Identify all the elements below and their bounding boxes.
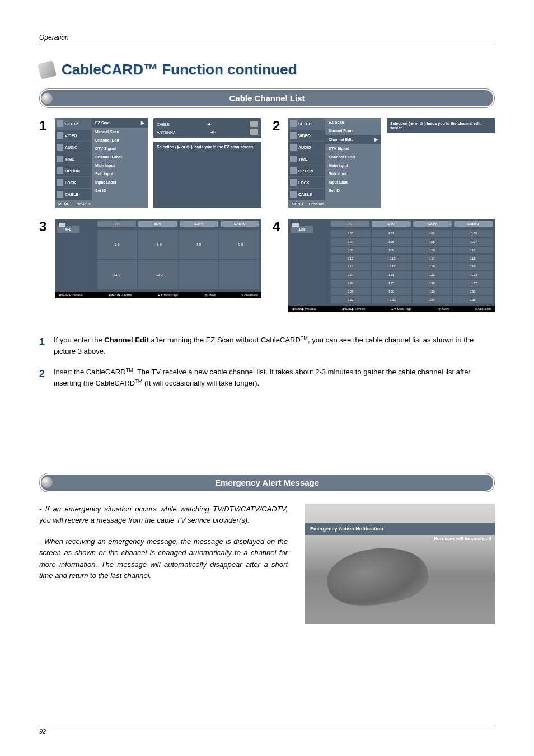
tab-cadtv[interactable]: CADTV — [454, 221, 493, 227]
channel-number: 118 — [429, 265, 435, 268]
channel-cell[interactable]: 125 — [372, 280, 411, 287]
menu-item-inputlabel[interactable]: Input Label — [92, 178, 148, 186]
menu-item-inputlabel[interactable]: Input Label — [325, 178, 381, 186]
channel-cell[interactable] — [219, 260, 259, 289]
sidebar-item-setup[interactable]: SETUP — [55, 118, 92, 130]
sidebar-label: CABLE — [298, 192, 312, 196]
channel-cell[interactable]: 101 — [372, 230, 411, 237]
channel-cell[interactable]: 114 — [413, 255, 452, 262]
sidebar-item-cable[interactable]: CABLE — [55, 189, 92, 200]
sidebar-item-lock[interactable]: LOCK — [55, 177, 92, 189]
channel-cell[interactable]: 105 — [372, 238, 411, 246]
channel-cell[interactable]: ♥117 — [372, 263, 411, 270]
channel-cell[interactable] — [179, 260, 219, 289]
channel-cell[interactable]: 108 — [331, 247, 371, 254]
option-icon — [290, 167, 297, 174]
menu-item-dtvsignal[interactable]: DTV Signal — [325, 144, 381, 153]
channel-cell[interactable]: ♥123 — [453, 271, 493, 279]
channel-cell[interactable]: ♥127 — [453, 280, 493, 287]
channel-cell[interactable]: 109 — [372, 247, 411, 254]
sidebar-item-time[interactable]: TIME — [288, 153, 325, 165]
channel-cell[interactable]: 11-0 — [97, 260, 137, 289]
step-3: 3 6-0 TV DTV CATV CADTV 2-0♥6-07 — [39, 219, 261, 312]
antenna-box: CABLE◀━ ANTENNA◀━ — [153, 118, 261, 138]
channel-cell[interactable]: 132 — [331, 296, 371, 303]
menu-item-channellabel[interactable]: Channel Label — [325, 153, 381, 161]
channel-cell[interactable]: 135 — [453, 296, 493, 303]
channel-cell[interactable]: 131 — [453, 288, 493, 295]
sidebar-item-cable[interactable]: CABLE — [288, 189, 325, 200]
step-2: 2 SETUP VIDEO AUDIO TIME OPTION LOCK — [273, 118, 495, 208]
sidebar-item-video[interactable]: VIDEO — [55, 130, 92, 142]
channel-cell[interactable]: 100 — [331, 230, 371, 237]
tab-catv[interactable]: CATV — [180, 221, 218, 227]
menu-item-channeledit[interactable]: Channel Edit — [92, 136, 148, 144]
footer-prev: ◀MENU▶ Previous — [292, 307, 316, 311]
sidebar-label: LOCK — [298, 181, 310, 185]
menu-item-channellabel[interactable]: Channel Label — [92, 153, 148, 161]
sidebar-item-lock[interactable]: LOCK — [288, 177, 325, 189]
footer-page: ▲▼ Move Page — [391, 307, 411, 311]
channel-cell[interactable]: 126 — [413, 280, 452, 287]
channel-cell[interactable]: 115 — [453, 255, 493, 262]
menu-sidebar: SETUP VIDEO AUDIO TIME OPTION LOCK CABLE — [288, 118, 325, 200]
channel-cell[interactable]: 130 — [413, 288, 452, 295]
menu-item-setid[interactable]: Set ID — [325, 186, 381, 195]
sidebar-item-audio[interactable]: AUDIO — [288, 142, 325, 153]
menu-item-manual[interactable]: Manual Scan — [325, 126, 381, 135]
sidebar-item-setup[interactable]: SETUP — [288, 118, 325, 130]
instruction-2: 2 Insert the CableCARDTM. The TV receive… — [39, 367, 495, 389]
channel-cell[interactable]: ♥113 — [372, 255, 411, 262]
channel-cell[interactable]: 129 — [372, 288, 411, 295]
sidebar-item-option[interactable]: OPTION — [288, 165, 325, 177]
channel-cell[interactable]: 110 — [413, 247, 452, 254]
channel-cell[interactable]: ♥103 — [453, 230, 493, 237]
footer-prev: Previous — [76, 202, 91, 206]
menu-item-dtvsignal[interactable]: DTV Signal — [92, 144, 148, 153]
sidebar-item-time[interactable]: TIME — [55, 153, 92, 165]
channel-cell[interactable]: ♥107 — [453, 238, 493, 246]
channel-number: 135 — [470, 298, 476, 302]
channel-cell[interactable]: 128 — [331, 288, 371, 295]
menu-item-subinput[interactable]: Sub Input — [325, 170, 381, 178]
menu-item-ezscan[interactable]: EZ Scan — [325, 118, 381, 126]
channel-cell[interactable]: 2-0 — [97, 230, 137, 259]
channel-cell[interactable]: 118 — [413, 263, 452, 270]
sidebar-label: VIDEO — [65, 134, 77, 138]
channel-cell[interactable]: 111 — [453, 247, 493, 254]
menu-item-maininput[interactable]: Main Input — [325, 161, 381, 170]
channel-cell[interactable]: 119 — [453, 263, 493, 270]
channel-cell[interactable]: 120 — [331, 271, 371, 279]
menu-item-setid[interactable]: Set ID — [92, 186, 148, 195]
channel-cell[interactable]: 104 — [331, 238, 371, 246]
menu-item-ezscan[interactable]: EZ Scan▶ — [92, 118, 148, 128]
menu-item-subinput[interactable]: Sub Input — [92, 170, 148, 178]
channel-cell[interactable]: ♥133 — [372, 296, 411, 303]
sidebar-item-option[interactable]: OPTION — [55, 165, 92, 177]
footer-prev: Previous — [309, 202, 324, 206]
channel-cell[interactable]: ♥13-0 — [138, 260, 178, 289]
menu-item-channeledit[interactable]: Channel Edit▶ — [325, 135, 381, 144]
channel-cell[interactable]: ♥9-0 — [219, 230, 259, 259]
channel-cell[interactable]: 7-0 — [179, 230, 219, 259]
channel-cell[interactable]: 112 — [331, 255, 371, 262]
tab-tv[interactable]: TV — [97, 221, 136, 227]
channel-cell[interactable]: 116 — [331, 263, 371, 270]
channel-cell[interactable]: 134 — [413, 296, 452, 303]
menu-item-maininput[interactable]: Main Input — [92, 161, 148, 170]
channel-cell[interactable]: 124 — [331, 280, 371, 287]
tab-catv[interactable]: CATV — [413, 221, 452, 227]
channel-cell[interactable]: 122 — [413, 271, 452, 279]
tab-tv[interactable]: TV — [331, 221, 369, 227]
channel-cell[interactable]: 121 — [372, 271, 411, 279]
channel-cell[interactable]: 106 — [413, 238, 452, 246]
channel-number: 110 — [429, 248, 435, 252]
tab-dtv[interactable]: DTV — [138, 221, 177, 227]
channel-cell[interactable]: 102 — [413, 230, 452, 237]
sidebar-item-video[interactable]: VIDEO — [288, 130, 325, 142]
sidebar-item-audio[interactable]: AUDIO — [55, 142, 92, 153]
tab-cadtv[interactable]: CADTV — [221, 221, 259, 227]
menu-item-manual[interactable]: Manual Scan — [92, 128, 148, 136]
channel-cell[interactable]: ♥6-0 — [138, 230, 178, 259]
tab-dtv[interactable]: DTV — [372, 221, 410, 227]
